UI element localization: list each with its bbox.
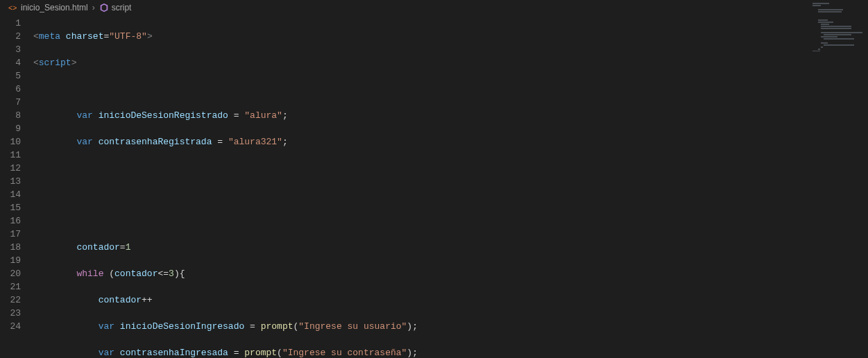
chevron-right-icon: › xyxy=(91,3,96,12)
code-area[interactable]: <meta charset="UTF-8"> <script> var inic… xyxy=(33,15,868,358)
breadcrumb-symbol[interactable]: script xyxy=(112,3,132,12)
line-number-gutter: 123 456 789 101112 131415 161718 192021 … xyxy=(0,15,33,358)
symbol-icon xyxy=(99,3,109,12)
breadcrumb-file[interactable]: inicio_Sesion.html xyxy=(21,3,88,12)
minimap[interactable] xyxy=(811,3,867,51)
code-editor[interactable]: 123 456 789 101112 131415 161718 192021 … xyxy=(0,15,868,358)
svg-text:<>: <> xyxy=(8,3,17,12)
html-file-icon: <> xyxy=(8,3,18,12)
breadcrumb[interactable]: <> inicio_Sesion.html › script xyxy=(0,0,868,15)
